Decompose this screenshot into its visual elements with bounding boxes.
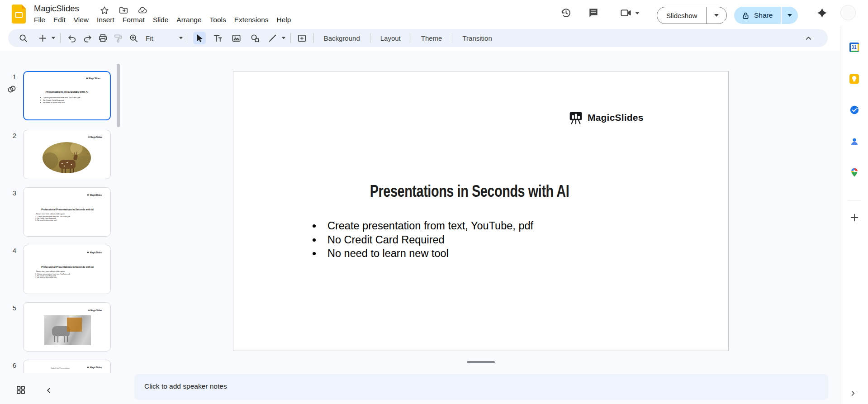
slides-logo-film-shape bbox=[15, 12, 23, 18]
insert-shape-icon[interactable] bbox=[249, 32, 261, 44]
menu-tools[interactable]: Tools bbox=[206, 15, 230, 25]
menu-format[interactable]: Format bbox=[119, 15, 149, 25]
thumb-brand: MagicSlides bbox=[85, 77, 100, 80]
insert-image-icon[interactable] bbox=[230, 32, 243, 44]
menu-edit[interactable]: Edit bbox=[49, 15, 70, 25]
select-tool-button[interactable] bbox=[193, 32, 206, 44]
redo-button[interactable] bbox=[81, 32, 94, 44]
insert-placeholder-icon[interactable] bbox=[296, 32, 308, 44]
cloud-status-icon[interactable] bbox=[138, 5, 147, 15]
menu-bar: File Edit View Insert Format Slide Arran… bbox=[30, 15, 295, 25]
slideshow-split-button: Slideshow bbox=[657, 7, 727, 24]
paint-format-button[interactable] bbox=[112, 32, 124, 44]
slide-brand-text: MagicSlides bbox=[588, 112, 644, 123]
menu-slide[interactable]: Slide bbox=[149, 15, 172, 25]
text-box-tool-icon[interactable] bbox=[212, 32, 224, 44]
maps-icon[interactable] bbox=[849, 167, 859, 177]
comments-icon[interactable] bbox=[588, 7, 600, 19]
lock-icon bbox=[741, 11, 750, 20]
calendar-icon[interactable]: 31 bbox=[849, 43, 859, 52]
collapse-filmstrip-chevron-icon[interactable] bbox=[44, 386, 53, 395]
menu-arrange[interactable]: Arrange bbox=[172, 15, 205, 25]
star-icon[interactable] bbox=[100, 5, 109, 15]
menu-view[interactable]: View bbox=[70, 15, 93, 25]
panel-divider bbox=[848, 200, 861, 200]
slide-filmstrip: 1 MagicSlides Presentations in Seconds w… bbox=[0, 51, 123, 373]
thumb-title: Professional Presentations in Seconds wi… bbox=[24, 208, 111, 211]
contacts-icon[interactable] bbox=[849, 137, 859, 147]
transition-button[interactable]: Transition bbox=[456, 32, 498, 44]
toolbar-separator bbox=[411, 33, 411, 43]
thumb-title: Presentations in Seconds with AI bbox=[23, 90, 111, 93]
google-slides-logo-icon[interactable] bbox=[12, 5, 26, 24]
keep-icon[interactable] bbox=[849, 74, 859, 84]
expand-right-chevron-icon[interactable] bbox=[849, 389, 857, 398]
move-to-folder-icon[interactable] bbox=[119, 5, 128, 15]
toolbar-separator bbox=[188, 33, 188, 43]
filmstrip-scrollbar[interactable] bbox=[117, 64, 120, 127]
bottom-bar: Click to add speaker notes bbox=[0, 367, 868, 404]
zoom-caret-icon bbox=[179, 37, 183, 39]
account-avatar[interactable] bbox=[840, 5, 856, 20]
slide-title[interactable]: Presentations in Seconds with AI bbox=[280, 182, 658, 201]
slide-thumbnail-1[interactable]: MagicSlides Presentations in Seconds wit… bbox=[23, 71, 111, 120]
slide-bullet-list[interactable]: Create presentation from text, YouTube, … bbox=[322, 219, 533, 261]
slide-number: 1 bbox=[6, 73, 16, 81]
undo-button[interactable] bbox=[66, 32, 78, 44]
meet-camera-icon[interactable] bbox=[620, 7, 632, 19]
toolbar-separator bbox=[290, 33, 291, 43]
slide-brand-logo[interactable]: MagicSlides bbox=[568, 110, 644, 125]
layout-button[interactable]: Layout bbox=[374, 32, 407, 44]
thumb-bullets: Create presentation from text, YouTube, … bbox=[43, 96, 80, 104]
highlight-box bbox=[67, 318, 82, 332]
add-panel-app-icon[interactable] bbox=[849, 213, 859, 223]
background-button[interactable]: Background bbox=[318, 32, 366, 44]
menu-file[interactable]: File bbox=[30, 15, 49, 25]
share-button[interactable]: Share bbox=[734, 7, 782, 24]
slide-number: 2 bbox=[6, 132, 16, 139]
zoom-select[interactable]: Fit bbox=[142, 34, 183, 42]
print-button[interactable] bbox=[96, 32, 109, 44]
version-history-icon[interactable] bbox=[560, 7, 573, 19]
slide-number: 3 bbox=[6, 189, 16, 197]
new-slide-caret-icon[interactable] bbox=[50, 32, 57, 44]
tasks-icon[interactable] bbox=[849, 105, 859, 115]
slide-canvas[interactable]: MagicSlides Presentations in Seconds wit… bbox=[233, 71, 729, 351]
toolbar-separator bbox=[313, 33, 314, 43]
collapse-menus-icon[interactable] bbox=[802, 32, 815, 44]
share-label: Share bbox=[754, 11, 773, 19]
slide-number: 4 bbox=[6, 247, 16, 254]
new-slide-button[interactable] bbox=[36, 32, 49, 44]
toolbar-separator bbox=[60, 33, 61, 43]
thumb-subtitle: Never start from a blank slide again. bbox=[36, 270, 65, 272]
search-menus-icon[interactable] bbox=[17, 32, 29, 44]
camera-dropdown-caret-icon[interactable] bbox=[635, 12, 648, 24]
canvas-horizontal-scrollbar[interactable] bbox=[467, 361, 495, 363]
share-options-caret[interactable] bbox=[782, 7, 798, 24]
slide-thumbnail-5[interactable]: MagicSlides bbox=[23, 302, 111, 352]
document-title[interactable]: MagicSlides bbox=[34, 4, 79, 14]
thumb-brand: MagicSlides bbox=[87, 252, 102, 254]
menu-extensions[interactable]: Extensions bbox=[230, 15, 273, 25]
grayscale-deer-photo bbox=[44, 315, 91, 345]
insert-line-icon[interactable] bbox=[266, 32, 279, 44]
gemini-sparkle-icon[interactable] bbox=[816, 7, 829, 19]
slideshow-label: Slideshow bbox=[666, 12, 697, 19]
slideshow-options-caret[interactable] bbox=[707, 7, 726, 24]
theme-button[interactable]: Theme bbox=[415, 32, 449, 44]
grid-view-icon[interactable] bbox=[15, 385, 26, 395]
zoom-button[interactable] bbox=[127, 32, 140, 44]
thumb-brand: MagicSlides bbox=[87, 309, 102, 312]
menu-insert[interactable]: Insert bbox=[93, 15, 119, 25]
slide-thumbnail-4[interactable]: MagicSlides Professional Presentations i… bbox=[23, 245, 111, 294]
slide-bullet: Create presentation from text, YouTube, … bbox=[322, 219, 533, 233]
slide-number: 5 bbox=[6, 304, 16, 312]
thumb-brand: MagicSlides bbox=[87, 194, 102, 196]
easel-chart-icon bbox=[568, 110, 583, 125]
slide-thumbnail-3[interactable]: MagicSlides Professional Presentations i… bbox=[23, 187, 111, 237]
slideshow-button[interactable]: Slideshow bbox=[657, 7, 707, 24]
line-caret-icon[interactable] bbox=[280, 32, 287, 44]
menu-help[interactable]: Help bbox=[273, 15, 295, 25]
slide-thumbnail-2[interactable]: MagicSlides bbox=[23, 130, 111, 179]
speaker-notes-input[interactable]: Click to add speaker notes bbox=[134, 374, 828, 400]
